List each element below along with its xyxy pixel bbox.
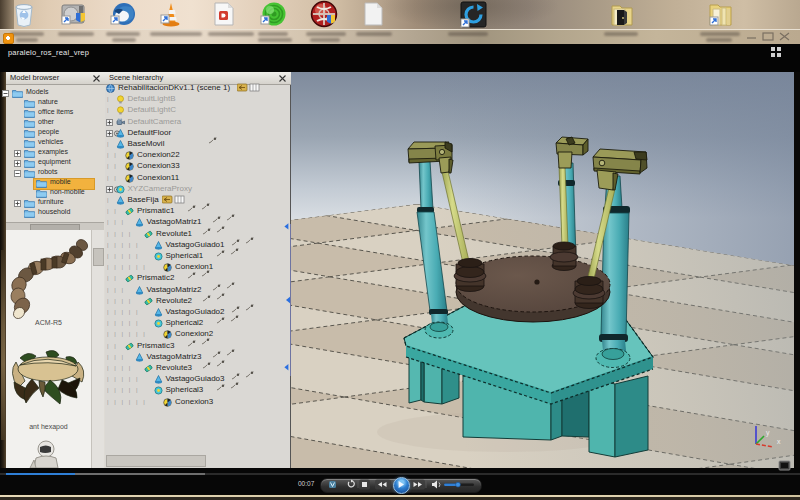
svg-text:x: x: [777, 438, 781, 445]
svg-text:y: y: [766, 429, 770, 437]
